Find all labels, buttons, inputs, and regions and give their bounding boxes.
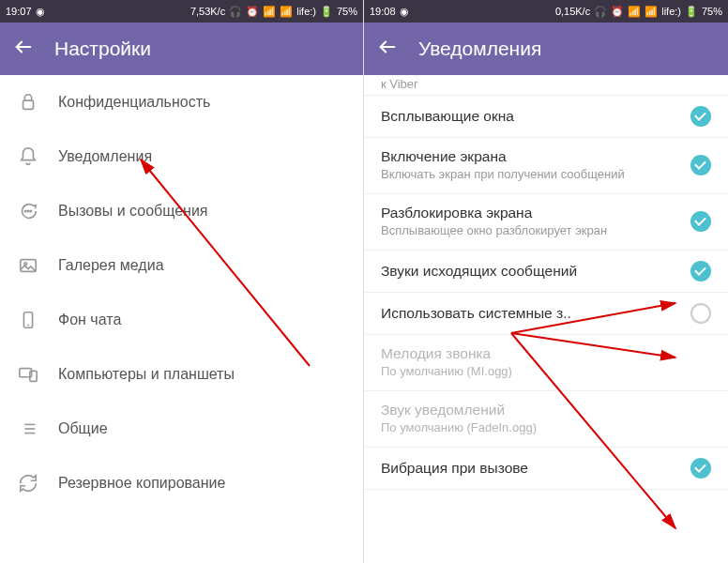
screen-settings: 19:07 ◉ 7,53K/c 🎧 ⏰ 📶 📶 life:) 🔋 75% Нас… <box>0 0 364 563</box>
checkbox[interactable] <box>690 303 711 324</box>
header-notifications: Уведомления <box>364 23 728 75</box>
status-carrier: life:) <box>296 6 316 17</box>
checkbox[interactable] <box>690 261 711 282</box>
notif-item-unlock[interactable]: Разблокировка экрана Всплывающее окно ра… <box>364 194 728 251</box>
checkbox[interactable] <box>690 458 711 479</box>
settings-item-label: Конфиденциальность <box>58 94 210 111</box>
checkbox[interactable] <box>690 155 711 175</box>
notif-subtitle: По умолчанию (MI.ogg) <box>381 364 711 380</box>
lock-icon <box>17 91 39 114</box>
settings-item-label: Резервное копирование <box>58 475 225 492</box>
settings-item-devices[interactable]: Компьютеры и планшеты <box>0 347 363 402</box>
notif-title: Звуки исходящих сообщений <box>381 263 681 280</box>
settings-item-label: Общие <box>58 420 108 437</box>
bell-icon <box>17 145 39 168</box>
refresh-icon <box>17 472 39 495</box>
image-icon <box>17 254 39 277</box>
notif-title: Включение экрана <box>381 148 681 165</box>
back-icon[interactable] <box>377 37 398 61</box>
devices-icon <box>17 363 39 386</box>
alarm-icon: ⏰ <box>246 6 259 18</box>
signal-icon: 📶 <box>280 6 293 18</box>
settings-item-calls-messages[interactable]: Вызовы и сообщения <box>0 184 363 238</box>
notif-title: Вибрация при вызове <box>381 460 681 477</box>
svg-point-2 <box>25 210 26 211</box>
phone-screen-icon <box>17 309 39 331</box>
scroll-peek: к Viber <box>364 75 728 96</box>
battery-icon: 🔋 <box>320 6 333 18</box>
notif-item-popups[interactable]: Всплывающие окна <box>364 96 728 138</box>
status-app-icon: ◉ <box>400 6 409 18</box>
settings-item-media-gallery[interactable]: Галерея медиа <box>0 238 363 293</box>
settings-item-label: Фон чата <box>58 312 121 328</box>
checkbox[interactable] <box>690 106 711 127</box>
notif-item-vibrate-on-call[interactable]: Вибрация при вызове <box>364 448 728 490</box>
status-speed: 7,53K/c <box>190 6 225 17</box>
notif-title: Мелодия звонка <box>381 345 711 362</box>
status-time: 19:07 <box>6 6 32 17</box>
battery-icon: 🔋 <box>685 6 698 18</box>
notif-item-system-sounds[interactable]: Использовать системные з.. <box>364 293 728 335</box>
notif-title: Разблокировка экрана <box>381 205 681 221</box>
status-app-icon: ◉ <box>36 6 45 18</box>
settings-item-label: Уведомления <box>58 148 152 165</box>
notif-subtitle: Включать экран при получении сообщений <box>381 167 681 183</box>
settings-item-chat-background[interactable]: Фон чата <box>0 293 363 347</box>
wifi-icon: 📶 <box>263 6 276 18</box>
notif-subtitle: Всплывающее окно разблокирует экран <box>381 223 681 239</box>
page-title: Уведомления <box>418 38 541 60</box>
notif-title: Всплывающие окна <box>381 108 681 125</box>
settings-item-label: Галерея медиа <box>58 257 164 274</box>
status-carrier: life:) <box>661 6 681 17</box>
settings-item-notifications[interactable]: Уведомления <box>0 129 363 184</box>
status-speed: 0,15K/c <box>555 6 590 17</box>
settings-item-label: Вызовы и сообщения <box>58 203 208 220</box>
settings-item-label: Компьютеры и планшеты <box>58 366 235 383</box>
checkbox[interactable] <box>690 211 711 232</box>
settings-item-backup[interactable]: Резервное копирование <box>0 456 363 510</box>
svg-point-3 <box>27 210 28 211</box>
wifi-icon: 📶 <box>628 6 641 18</box>
notif-title: Использовать системные з.. <box>381 305 681 322</box>
status-battery: 75% <box>702 6 722 17</box>
notif-item-ringtone[interactable]: Мелодия звонка По умолчанию (MI.ogg) <box>364 335 728 391</box>
headphones-icon: 🎧 <box>229 6 242 18</box>
alarm-icon: ⏰ <box>611 6 624 18</box>
notif-subtitle: По умолчанию (FadeIn.ogg) <box>381 420 711 436</box>
notif-item-screen-on[interactable]: Включение экрана Включать экран при полу… <box>364 138 728 194</box>
settings-list: Конфиденциальность Уведомления Вызовы и … <box>0 75 363 563</box>
notif-item-notification-sound[interactable]: Звук уведомлений По умолчанию (FadeIn.og… <box>364 391 728 448</box>
statusbar-left: 19:07 ◉ 7,53K/c 🎧 ⏰ 📶 📶 life:) 🔋 75% <box>0 0 363 23</box>
signal-icon: 📶 <box>645 6 658 18</box>
statusbar-right: 19:08 ◉ 0,15K/c 🎧 ⏰ 📶 📶 life:) 🔋 75% <box>364 0 728 23</box>
notif-item-outgoing-sounds[interactable]: Звуки исходящих сообщений <box>364 251 728 293</box>
list-icon <box>17 418 39 440</box>
svg-rect-1 <box>23 100 34 109</box>
settings-item-privacy[interactable]: Конфиденциальность <box>0 75 363 129</box>
headphones-icon: 🎧 <box>594 6 607 18</box>
message-icon <box>17 200 39 222</box>
status-time: 19:08 <box>370 6 396 17</box>
svg-point-4 <box>30 210 31 211</box>
screen-notifications: 19:08 ◉ 0,15K/c 🎧 ⏰ 📶 📶 life:) 🔋 75% Уве… <box>364 0 728 563</box>
back-icon[interactable] <box>13 37 34 61</box>
settings-item-general[interactable]: Общие <box>0 402 363 456</box>
status-battery: 75% <box>337 6 357 17</box>
page-title: Настройки <box>54 38 151 60</box>
header-settings: Настройки <box>0 23 363 75</box>
notif-title: Звук уведомлений <box>381 402 711 418</box>
notifications-list: к Viber Всплывающие окна Включение экран… <box>364 75 728 563</box>
